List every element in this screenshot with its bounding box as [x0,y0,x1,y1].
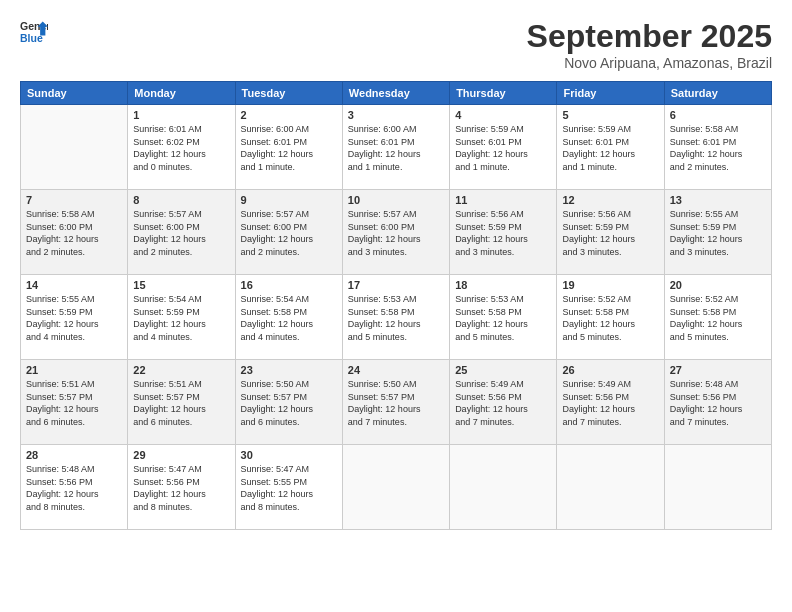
calendar-cell: 12Sunrise: 5:56 AM Sunset: 5:59 PM Dayli… [557,190,664,275]
day-number: 30 [241,449,337,461]
calendar-cell: 2Sunrise: 6:00 AM Sunset: 6:01 PM Daylig… [235,105,342,190]
day-number: 1 [133,109,229,121]
day-info: Sunrise: 5:53 AM Sunset: 5:58 PM Dayligh… [348,293,444,343]
calendar-cell: 9Sunrise: 5:57 AM Sunset: 6:00 PM Daylig… [235,190,342,275]
col-saturday: Saturday [664,82,771,105]
calendar-cell [21,105,128,190]
calendar-cell: 25Sunrise: 5:49 AM Sunset: 5:56 PM Dayli… [450,360,557,445]
day-info: Sunrise: 5:58 AM Sunset: 6:00 PM Dayligh… [26,208,122,258]
day-number: 2 [241,109,337,121]
day-info: Sunrise: 5:50 AM Sunset: 5:57 PM Dayligh… [241,378,337,428]
logo-icon: General Blue [20,18,48,46]
col-tuesday: Tuesday [235,82,342,105]
day-number: 4 [455,109,551,121]
page: General Blue September 2025 Novo Aripuan… [0,0,792,612]
calendar-cell: 3Sunrise: 6:00 AM Sunset: 6:01 PM Daylig… [342,105,449,190]
day-info: Sunrise: 5:57 AM Sunset: 6:00 PM Dayligh… [133,208,229,258]
calendar-cell: 4Sunrise: 5:59 AM Sunset: 6:01 PM Daylig… [450,105,557,190]
calendar-cell [664,445,771,530]
day-info: Sunrise: 5:48 AM Sunset: 5:56 PM Dayligh… [670,378,766,428]
calendar-cell: 24Sunrise: 5:50 AM Sunset: 5:57 PM Dayli… [342,360,449,445]
month-title: September 2025 [527,18,772,55]
calendar-cell: 19Sunrise: 5:52 AM Sunset: 5:58 PM Dayli… [557,275,664,360]
day-number: 20 [670,279,766,291]
day-number: 21 [26,364,122,376]
day-number: 29 [133,449,229,461]
day-number: 28 [26,449,122,461]
col-wednesday: Wednesday [342,82,449,105]
day-info: Sunrise: 5:55 AM Sunset: 5:59 PM Dayligh… [670,208,766,258]
day-number: 14 [26,279,122,291]
day-info: Sunrise: 5:47 AM Sunset: 5:55 PM Dayligh… [241,463,337,513]
day-info: Sunrise: 6:00 AM Sunset: 6:01 PM Dayligh… [348,123,444,173]
day-info: Sunrise: 5:54 AM Sunset: 5:58 PM Dayligh… [241,293,337,343]
day-number: 7 [26,194,122,206]
col-sunday: Sunday [21,82,128,105]
calendar-cell: 16Sunrise: 5:54 AM Sunset: 5:58 PM Dayli… [235,275,342,360]
day-info: Sunrise: 6:01 AM Sunset: 6:02 PM Dayligh… [133,123,229,173]
calendar-cell [557,445,664,530]
day-info: Sunrise: 5:51 AM Sunset: 5:57 PM Dayligh… [133,378,229,428]
day-number: 11 [455,194,551,206]
day-info: Sunrise: 6:00 AM Sunset: 6:01 PM Dayligh… [241,123,337,173]
calendar-cell: 22Sunrise: 5:51 AM Sunset: 5:57 PM Dayli… [128,360,235,445]
calendar-week-row: 7Sunrise: 5:58 AM Sunset: 6:00 PM Daylig… [21,190,772,275]
logo: General Blue [20,18,48,46]
day-info: Sunrise: 5:52 AM Sunset: 5:58 PM Dayligh… [562,293,658,343]
calendar-week-row: 28Sunrise: 5:48 AM Sunset: 5:56 PM Dayli… [21,445,772,530]
day-number: 12 [562,194,658,206]
day-number: 17 [348,279,444,291]
subtitle: Novo Aripuana, Amazonas, Brazil [527,55,772,71]
col-friday: Friday [557,82,664,105]
day-info: Sunrise: 5:51 AM Sunset: 5:57 PM Dayligh… [26,378,122,428]
day-number: 16 [241,279,337,291]
calendar-cell: 10Sunrise: 5:57 AM Sunset: 6:00 PM Dayli… [342,190,449,275]
day-info: Sunrise: 5:55 AM Sunset: 5:59 PM Dayligh… [26,293,122,343]
calendar-cell: 28Sunrise: 5:48 AM Sunset: 5:56 PM Dayli… [21,445,128,530]
day-info: Sunrise: 5:53 AM Sunset: 5:58 PM Dayligh… [455,293,551,343]
day-info: Sunrise: 5:48 AM Sunset: 5:56 PM Dayligh… [26,463,122,513]
calendar-cell: 29Sunrise: 5:47 AM Sunset: 5:56 PM Dayli… [128,445,235,530]
day-number: 19 [562,279,658,291]
calendar-cell: 30Sunrise: 5:47 AM Sunset: 5:55 PM Dayli… [235,445,342,530]
day-info: Sunrise: 5:57 AM Sunset: 6:00 PM Dayligh… [348,208,444,258]
day-number: 26 [562,364,658,376]
day-number: 22 [133,364,229,376]
day-info: Sunrise: 5:56 AM Sunset: 5:59 PM Dayligh… [455,208,551,258]
calendar-cell: 8Sunrise: 5:57 AM Sunset: 6:00 PM Daylig… [128,190,235,275]
calendar-cell: 15Sunrise: 5:54 AM Sunset: 5:59 PM Dayli… [128,275,235,360]
calendar-cell: 1Sunrise: 6:01 AM Sunset: 6:02 PM Daylig… [128,105,235,190]
calendar-week-row: 1Sunrise: 6:01 AM Sunset: 6:02 PM Daylig… [21,105,772,190]
day-info: Sunrise: 5:49 AM Sunset: 5:56 PM Dayligh… [455,378,551,428]
calendar-cell: 17Sunrise: 5:53 AM Sunset: 5:58 PM Dayli… [342,275,449,360]
day-number: 6 [670,109,766,121]
calendar-cell: 14Sunrise: 5:55 AM Sunset: 5:59 PM Dayli… [21,275,128,360]
calendar: Sunday Monday Tuesday Wednesday Thursday… [20,81,772,530]
calendar-cell: 7Sunrise: 5:58 AM Sunset: 6:00 PM Daylig… [21,190,128,275]
day-number: 13 [670,194,766,206]
day-number: 24 [348,364,444,376]
day-number: 5 [562,109,658,121]
day-number: 23 [241,364,337,376]
day-number: 27 [670,364,766,376]
day-info: Sunrise: 5:59 AM Sunset: 6:01 PM Dayligh… [455,123,551,173]
col-thursday: Thursday [450,82,557,105]
calendar-week-row: 21Sunrise: 5:51 AM Sunset: 5:57 PM Dayli… [21,360,772,445]
day-number: 9 [241,194,337,206]
calendar-week-row: 14Sunrise: 5:55 AM Sunset: 5:59 PM Dayli… [21,275,772,360]
day-info: Sunrise: 5:56 AM Sunset: 5:59 PM Dayligh… [562,208,658,258]
calendar-cell: 20Sunrise: 5:52 AM Sunset: 5:58 PM Dayli… [664,275,771,360]
calendar-cell: 13Sunrise: 5:55 AM Sunset: 5:59 PM Dayli… [664,190,771,275]
day-info: Sunrise: 5:49 AM Sunset: 5:56 PM Dayligh… [562,378,658,428]
day-info: Sunrise: 5:47 AM Sunset: 5:56 PM Dayligh… [133,463,229,513]
calendar-cell: 11Sunrise: 5:56 AM Sunset: 5:59 PM Dayli… [450,190,557,275]
calendar-cell: 26Sunrise: 5:49 AM Sunset: 5:56 PM Dayli… [557,360,664,445]
day-number: 18 [455,279,551,291]
day-info: Sunrise: 5:54 AM Sunset: 5:59 PM Dayligh… [133,293,229,343]
day-number: 3 [348,109,444,121]
day-number: 10 [348,194,444,206]
calendar-cell: 27Sunrise: 5:48 AM Sunset: 5:56 PM Dayli… [664,360,771,445]
header: General Blue September 2025 Novo Aripuan… [20,18,772,71]
day-info: Sunrise: 5:50 AM Sunset: 5:57 PM Dayligh… [348,378,444,428]
day-info: Sunrise: 5:57 AM Sunset: 6:00 PM Dayligh… [241,208,337,258]
